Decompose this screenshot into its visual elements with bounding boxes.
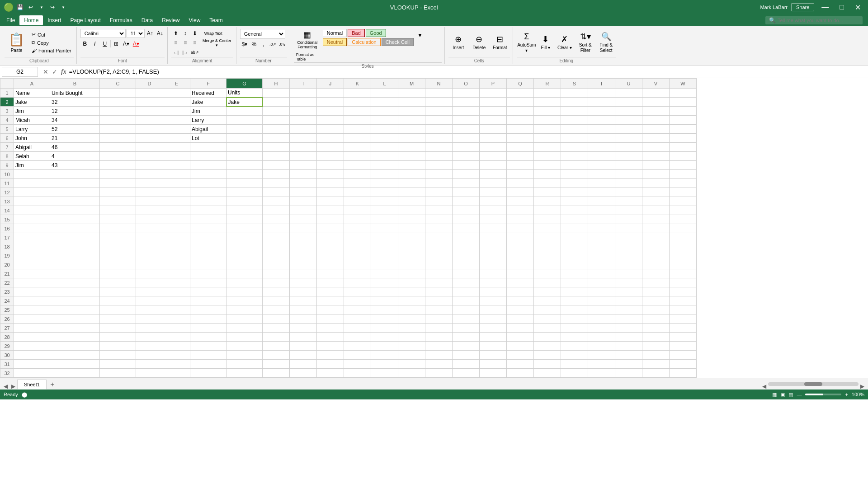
cell-K19[interactable] <box>344 251 371 260</box>
cell-W28[interactable] <box>670 333 697 342</box>
cell-H23[interactable] <box>263 287 290 296</box>
align-right-button[interactable]: ≡ <box>190 38 199 47</box>
cell-O5[interactable] <box>453 125 480 134</box>
cell-O32[interactable] <box>453 369 480 378</box>
cell-R25[interactable] <box>534 305 561 314</box>
cell-U26[interactable] <box>615 314 642 324</box>
cell-R18[interactable] <box>534 242 561 251</box>
cell-Q11[interactable] <box>507 179 534 188</box>
macro-record-button[interactable]: ⬤ <box>22 392 27 398</box>
menu-formulas[interactable]: Formulas <box>105 15 137 25</box>
cell-K20[interactable] <box>344 260 371 269</box>
cell-P1[interactable] <box>480 89 507 98</box>
cell-E10[interactable] <box>163 170 190 179</box>
cell-D9[interactable] <box>136 161 163 170</box>
cell-B10[interactable] <box>50 170 100 179</box>
cell-K32[interactable] <box>344 369 371 378</box>
cell-P9[interactable] <box>480 161 507 170</box>
cell-H3[interactable] <box>263 107 290 116</box>
cell-U31[interactable] <box>615 360 642 369</box>
cell-G8[interactable] <box>226 152 263 161</box>
decrease-decimal-button[interactable]: .0↘ <box>278 40 287 49</box>
cell-P10[interactable] <box>480 170 507 179</box>
decrease-font-button[interactable]: A↓ <box>156 29 165 38</box>
cell-I3[interactable] <box>290 107 317 116</box>
cell-Q2[interactable] <box>507 98 534 107</box>
col-header-E[interactable]: E <box>163 79 190 89</box>
cell-U2[interactable] <box>615 98 642 107</box>
cell-K30[interactable] <box>344 351 371 360</box>
cell-N19[interactable] <box>425 251 453 260</box>
cell-E21[interactable] <box>163 269 190 278</box>
cell-D22[interactable] <box>136 278 163 287</box>
cell-Q28[interactable] <box>507 333 534 342</box>
font-size-select[interactable]: 11 <box>127 29 145 38</box>
cell-F10[interactable] <box>190 170 226 179</box>
cell-R1[interactable] <box>534 89 561 98</box>
cell-C7[interactable] <box>100 143 136 152</box>
cell-H19[interactable] <box>263 251 290 260</box>
cell-V26[interactable] <box>642 314 670 324</box>
cell-G28[interactable] <box>226 333 263 342</box>
cell-P11[interactable] <box>480 179 507 188</box>
col-header-D[interactable]: D <box>136 79 163 89</box>
cell-C10[interactable] <box>100 170 136 179</box>
cell-D2[interactable] <box>136 98 163 107</box>
cell-J18[interactable] <box>317 242 344 251</box>
cell-H15[interactable] <box>263 215 290 224</box>
cell-K4[interactable] <box>344 116 371 125</box>
cell-B20[interactable] <box>50 260 100 269</box>
cell-L8[interactable] <box>371 152 398 161</box>
cell-E27[interactable] <box>163 324 190 333</box>
cell-R26[interactable] <box>534 314 561 324</box>
cell-E24[interactable] <box>163 296 190 305</box>
cell-F18[interactable] <box>190 242 226 251</box>
cell-O28[interactable] <box>453 333 480 342</box>
customize-qat[interactable]: ▼ <box>59 3 68 12</box>
cell-I16[interactable] <box>290 224 317 233</box>
cell-U15[interactable] <box>615 215 642 224</box>
cell-L25[interactable] <box>371 305 398 314</box>
cell-B31[interactable] <box>50 360 100 369</box>
cell-K8[interactable] <box>344 152 371 161</box>
cell-U4[interactable] <box>615 116 642 125</box>
cell-T18[interactable] <box>588 242 615 251</box>
cell-W1[interactable] <box>670 89 697 98</box>
cell-O11[interactable] <box>453 179 480 188</box>
cell-Q23[interactable] <box>507 287 534 296</box>
cell-B28[interactable] <box>50 333 100 342</box>
cell-N1[interactable] <box>425 89 453 98</box>
cell-M23[interactable] <box>398 287 425 296</box>
cell-M24[interactable] <box>398 296 425 305</box>
cell-U6[interactable] <box>615 134 642 143</box>
cell-F31[interactable] <box>190 360 226 369</box>
cell-S1[interactable] <box>561 89 588 98</box>
cell-H13[interactable] <box>263 197 290 206</box>
cell-F21[interactable] <box>190 269 226 278</box>
cell-T29[interactable] <box>588 342 615 351</box>
cell-E3[interactable] <box>163 107 190 116</box>
cell-G11[interactable] <box>226 179 263 188</box>
cell-H24[interactable] <box>263 296 290 305</box>
cell-M10[interactable] <box>398 170 425 179</box>
cell-L31[interactable] <box>371 360 398 369</box>
cell-Q5[interactable] <box>507 125 534 134</box>
cell-E13[interactable] <box>163 197 190 206</box>
cell-B3[interactable]: 12 <box>50 107 100 116</box>
cell-A24[interactable] <box>14 296 50 305</box>
cell-V3[interactable] <box>642 107 670 116</box>
cell-G30[interactable] <box>226 351 263 360</box>
cell-L21[interactable] <box>371 269 398 278</box>
cell-N21[interactable] <box>425 269 453 278</box>
cell-A15[interactable] <box>14 215 50 224</box>
cell-M28[interactable] <box>398 333 425 342</box>
cell-S30[interactable] <box>561 351 588 360</box>
cell-O19[interactable] <box>453 251 480 260</box>
cell-P26[interactable] <box>480 314 507 324</box>
cell-K21[interactable] <box>344 269 371 278</box>
cell-T21[interactable] <box>588 269 615 278</box>
cell-K15[interactable] <box>344 215 371 224</box>
cell-R8[interactable] <box>534 152 561 161</box>
cell-F30[interactable] <box>190 351 226 360</box>
cell-K29[interactable] <box>344 342 371 351</box>
